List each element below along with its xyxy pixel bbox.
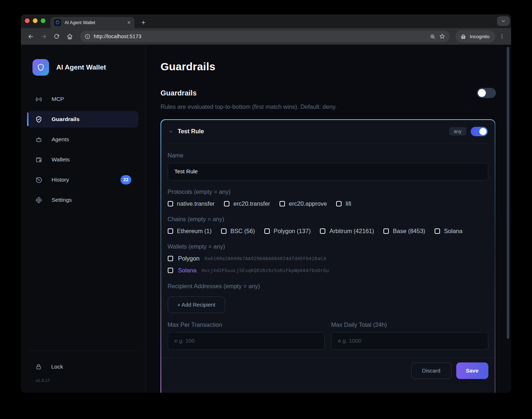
limits-grid: Max Per Transaction Max Daily Total (24h… — [168, 321, 488, 350]
forward-icon[interactable] — [38, 31, 49, 42]
checkbox-label: native.transfer — [177, 200, 215, 207]
app-content: AI Agent Wallet MCP Guardrails — [21, 45, 511, 393]
wallets-label: Wallets (empty = any) — [168, 243, 488, 250]
chain-checkbox-polygon[interactable]: Polygon (137) — [264, 228, 311, 235]
rule-enabled-toggle[interactable] — [471, 127, 488, 136]
guardrails-master-toggle[interactable] — [477, 88, 496, 98]
checkbox[interactable] — [435, 228, 440, 234]
sidebar-item-label: Agents — [52, 136, 69, 143]
chain-checkbox-arbitrum[interactable]: Arbitrum (42161) — [320, 228, 374, 235]
max-per-tx-label: Max Per Transaction — [168, 321, 325, 328]
discard-button[interactable]: Discard — [411, 362, 452, 379]
traffic-lights — [25, 18, 45, 23]
back-icon[interactable] — [25, 31, 36, 42]
checkbox[interactable] — [224, 201, 229, 206]
checkbox[interactable] — [168, 256, 173, 261]
tab-close-icon[interactable] — [127, 21, 131, 24]
minimize-window-button[interactable] — [33, 18, 38, 23]
history-clock-icon — [35, 176, 43, 184]
sidebar-item-guardrails[interactable]: Guardrails — [27, 111, 139, 128]
close-window-button[interactable] — [25, 18, 30, 23]
add-recipient-button[interactable]: + Add Recipient — [168, 297, 225, 313]
rule-match-badge: any — [449, 127, 466, 135]
checkbox-label: Arbitrum (42161) — [329, 228, 374, 235]
incognito-badge: Incognito — [456, 30, 495, 43]
sidebar-item-label: Wallets — [52, 156, 70, 163]
sidebar-item-mcp[interactable]: MCP — [27, 91, 139, 107]
chain-checkbox-bsc[interactable]: BSC (56) — [221, 228, 255, 235]
max-daily-input[interactable] — [331, 332, 488, 350]
rule-card-footer: Discard Save — [161, 358, 495, 388]
protocols-row: native.transfer erc20.transfer erc20.app… — [168, 200, 488, 207]
scrollbar[interactable] — [507, 47, 509, 339]
wallet-row-solana[interactable]: Solana HvcjXd2FGuuLj5EsqKQD1Rz9z5nHiFkpW… — [168, 267, 488, 274]
sidebar-item-agents[interactable]: Agents — [27, 131, 139, 148]
bookmark-star-icon[interactable] — [439, 33, 445, 40]
sidebar-item-settings[interactable]: Settings — [27, 192, 139, 208]
sidebar-item-label: History — [52, 177, 69, 183]
browser-toolbar: http://localhost:5173 Incognito — [21, 28, 511, 45]
site-info-icon[interactable] — [84, 34, 91, 40]
guardrails-section-header: Guardrails — [161, 88, 511, 98]
checkbox[interactable] — [168, 228, 173, 234]
rule-card-header[interactable]: Test Rule any — [161, 120, 495, 143]
recipients-label: Recipient Addresses (empty = any) — [168, 283, 488, 290]
checkbox[interactable] — [168, 268, 173, 273]
chain-checkbox-ethereum[interactable]: Ethereum (1) — [168, 228, 212, 235]
new-tab-button[interactable] — [138, 17, 149, 28]
save-button[interactable]: Save — [456, 362, 488, 379]
checkbox[interactable] — [336, 201, 342, 206]
browser-tab[interactable]: AI Agent Wallet — [50, 17, 135, 28]
section-subtitle: Rules are evaluated top-to-bottom (first… — [161, 103, 511, 110]
incognito-label: Incognito — [470, 34, 489, 39]
wallet-name: Solana — [178, 267, 197, 274]
wallet-row-polygon[interactable]: Polygon 0x6100a28040b7AA929b86A684034dfd… — [168, 255, 488, 262]
checkbox[interactable] — [168, 201, 173, 206]
max-per-tx-input[interactable] — [168, 332, 325, 350]
section-title: Guardrails — [161, 89, 197, 97]
maximize-window-button[interactable] — [41, 18, 45, 23]
checkbox[interactable] — [264, 228, 270, 234]
checkbox[interactable] — [280, 201, 285, 206]
lock-label: Lock — [51, 364, 63, 370]
sidebar: AI Agent Wallet MCP Guardrails — [21, 45, 146, 393]
sidebar-item-wallets[interactable]: Wallets — [27, 151, 139, 168]
reload-icon[interactable] — [51, 31, 62, 42]
browser-window: AI Agent Wallet http://loc — [21, 14, 511, 393]
checkbox[interactable] — [383, 228, 389, 234]
app-brand: AI Agent Wallet — [21, 59, 146, 76]
chain-checkbox-base[interactable]: Base (8453) — [383, 228, 425, 235]
shield-check-icon — [35, 116, 43, 123]
chains-row: Ethereum (1) BSC (56) Polygon (137) Arbi… — [168, 228, 488, 235]
protocol-checkbox-erc20-transfer[interactable]: erc20.transfer — [224, 200, 270, 207]
lock-button[interactable]: Lock — [27, 360, 139, 373]
toggle-knob — [479, 128, 487, 135]
sidebar-item-history[interactable]: History 22 — [27, 171, 139, 188]
zoom-icon[interactable] — [430, 34, 436, 40]
rule-title: Test Rule — [178, 128, 204, 135]
chain-checkbox-solana[interactable]: Solana — [435, 228, 462, 235]
collapse-chevron-icon[interactable] — [168, 129, 173, 134]
protocol-checkbox-lifi[interactable]: lifi — [336, 200, 351, 207]
wallet-icon — [35, 156, 43, 164]
max-daily-label: Max Daily Total (24h) — [331, 321, 488, 328]
tab-title: AI Agent Wallet — [65, 20, 123, 25]
home-icon[interactable] — [64, 31, 75, 42]
protocol-checkbox-erc20-approve[interactable]: erc20.approve — [280, 200, 327, 207]
app-version: v1.0.17 — [27, 378, 139, 383]
robot-icon — [35, 136, 43, 143]
rule-name-input[interactable] — [168, 163, 488, 180]
protocols-label: Protocols (empty = any) — [168, 188, 488, 195]
url-bar[interactable]: http://localhost:5173 — [80, 31, 450, 42]
divider — [168, 143, 488, 143]
protocol-checkbox-native-transfer[interactable]: native.transfer — [168, 200, 215, 207]
wallet-address: HvcjXd2FGuuLj5EsqKQD1Rz9z5nHiFkpWpk647bn… — [202, 268, 329, 273]
incognito-icon — [460, 33, 467, 40]
checkbox[interactable] — [320, 228, 325, 234]
checkbox[interactable] — [221, 228, 227, 234]
url-text[interactable]: http://localhost:5173 — [94, 34, 426, 39]
rule-card: Test Rule any Name Protocols (empty = an… — [161, 119, 495, 393]
browser-menu-icon[interactable] — [497, 31, 507, 42]
history-count-badge: 22 — [120, 175, 131, 184]
chevron-down-icon[interactable] — [497, 16, 510, 26]
